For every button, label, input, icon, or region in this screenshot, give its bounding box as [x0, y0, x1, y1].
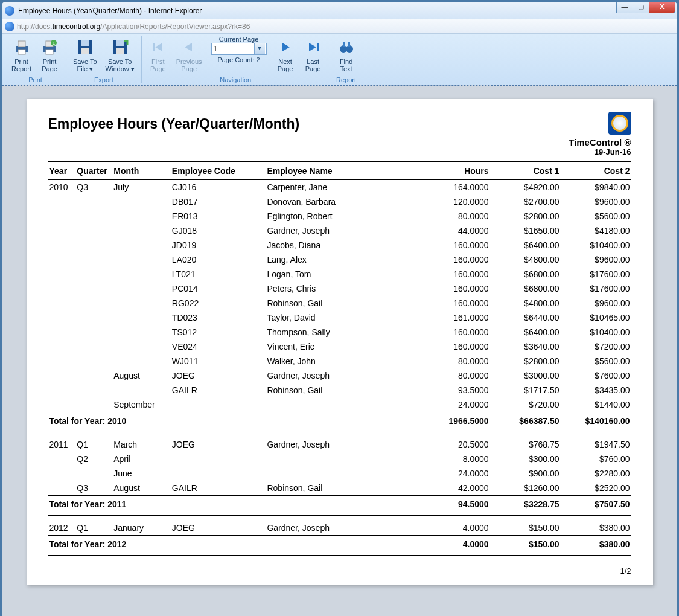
table-cell: VE024: [171, 339, 266, 354]
table-row: LA020Lang, Alex160.0000$4800.00$9600.00: [48, 252, 631, 267]
table-cell: 164.0000: [419, 180, 490, 195]
table-cell: [48, 310, 76, 325]
table-cell: Robinson, Gail: [266, 481, 419, 496]
last-page-button[interactable]: Last Page: [299, 36, 327, 74]
table-cell: [112, 383, 171, 397]
table-cell: LT021: [171, 267, 266, 281]
table-cell: [48, 223, 76, 238]
table-cell: 160.0000: [419, 296, 490, 310]
save-window-label: Save To Window ▾: [106, 58, 135, 72]
svg-rect-22: [343, 42, 345, 47]
total-row: Total for Year: 20124.0000$150.00$380.00: [48, 536, 631, 556]
current-page-input[interactable]: ▼: [211, 43, 267, 55]
table-cell: [48, 281, 76, 296]
last-page-label: Last Page: [305, 58, 321, 72]
svg-rect-2: [18, 50, 25, 54]
maximize-button[interactable]: ▢: [633, 2, 649, 13]
printer-page-icon: 1: [40, 37, 59, 57]
table-cell: [48, 296, 76, 310]
table-cell: 24.0000: [419, 466, 490, 481]
table-row: 2011Q1MarchJOEGGardner, Joseph20.5000$76…: [48, 432, 631, 452]
table-cell: [75, 368, 112, 383]
first-page-button[interactable]: First Page: [144, 36, 172, 74]
report-viewport[interactable]: Employee Hours (Year/Quarter/Month) Time…: [2, 85, 677, 616]
table-cell: Taylor, David: [266, 310, 419, 325]
table-cell: Q2: [75, 452, 112, 466]
total-cell: $66387.50: [490, 412, 561, 432]
table-cell: $9600.00: [561, 194, 631, 209]
save-to-file-button[interactable]: Save To File ▾: [69, 36, 101, 74]
close-button[interactable]: X: [649, 2, 675, 13]
table-cell: Gardner, Joseph: [266, 432, 419, 452]
minimize-button[interactable]: —: [616, 2, 633, 13]
table-cell: [48, 383, 76, 397]
table-cell: [48, 252, 76, 267]
table-cell: $2800.00: [490, 209, 561, 223]
table-cell: [75, 281, 112, 296]
table-cell: $768.75: [490, 432, 561, 452]
col-quarter: Quarter: [75, 162, 112, 180]
table-cell: Vincent, Eric: [266, 339, 419, 354]
table-cell: January: [112, 516, 171, 536]
find-text-button[interactable]: Find Text: [333, 36, 360, 74]
table-cell: [48, 466, 76, 481]
table-cell: 42.0000: [419, 481, 490, 496]
print-report-button[interactable]: Print Report: [7, 36, 36, 74]
table-cell: $6800.00: [490, 281, 561, 296]
chevron-down-icon[interactable]: ▼: [254, 43, 265, 54]
table-cell: JOEG: [171, 368, 266, 383]
table-row: Q2April8.0000$300.00$760.00: [48, 452, 631, 466]
table-cell: $1947.50: [561, 432, 631, 452]
table-cell: Gardner, Joseph: [266, 368, 419, 383]
current-page-title: Current Page: [219, 36, 258, 43]
ribbon-group-report: Find Text Report: [330, 36, 363, 83]
table-cell: [112, 252, 171, 267]
table-cell: [48, 325, 76, 339]
table-cell: [75, 397, 112, 412]
table-header-row: Year Quarter Month Employee Code Employe…: [48, 162, 631, 180]
table-cell: Carpenter, Jane: [266, 180, 419, 195]
table-cell: $760.00: [561, 452, 631, 466]
address-bar[interactable]: http://docs.timecontrol.org/Application/…: [2, 19, 677, 34]
save-file-label: Save To File ▾: [73, 58, 97, 72]
save-to-window-button[interactable]: Save To Window ▾: [101, 36, 139, 74]
table-cell: $17600.00: [561, 281, 631, 296]
table-cell: $4800.00: [490, 296, 561, 310]
table-cell: [75, 354, 112, 368]
table-row: 2010Q3JulyCJ016Carpenter, Jane164.0000$4…: [48, 180, 631, 195]
table-cell: 160.0000: [419, 252, 490, 267]
table-cell: Walker, John: [266, 354, 419, 368]
table-cell: [266, 452, 419, 466]
total-row: Total for Year: 201194.5000$3228.75$7507…: [48, 496, 631, 516]
ie-icon: [5, 6, 14, 16]
table-cell: $1717.50: [490, 383, 561, 397]
svg-rect-13: [116, 48, 124, 54]
table-row: GJ018Gardner, Joseph44.0000$1650.00$4180…: [48, 223, 631, 238]
table-cell: JOEG: [171, 516, 266, 536]
col-month: Month: [112, 162, 171, 180]
table-cell: [112, 325, 171, 339]
table-cell: $7600.00: [561, 368, 631, 383]
ribbon-toolbar: Print Report 1 Print Page Print Save To: [2, 34, 677, 85]
table-cell: Lang, Alex: [266, 252, 419, 267]
next-page-button[interactable]: Next Page: [272, 36, 299, 74]
previous-page-button[interactable]: Previous Page: [172, 36, 206, 74]
window-titlebar: Employee Hours (Year/Quarter/Month) - In…: [2, 2, 677, 19]
table-cell: JOEG: [171, 432, 266, 452]
table-cell: [112, 238, 171, 252]
table-cell: September: [112, 397, 171, 412]
table-cell: $300.00: [490, 452, 561, 466]
table-cell: $17600.00: [561, 267, 631, 281]
col-cost2: Cost 2: [561, 162, 631, 180]
print-page-button[interactable]: 1 Print Page: [36, 36, 63, 74]
table-cell: Q1: [75, 516, 112, 536]
next-page-icon: [276, 37, 295, 57]
table-cell: [112, 267, 171, 281]
svg-marker-16: [185, 43, 192, 51]
report-date: 19-Jun-16: [595, 147, 631, 156]
floppy-window-icon: [110, 37, 130, 57]
group-report-label: Report: [336, 76, 356, 83]
table-cell: $10465.00: [561, 310, 631, 325]
table-cell: [48, 209, 76, 223]
current-page-field[interactable]: [212, 44, 254, 54]
